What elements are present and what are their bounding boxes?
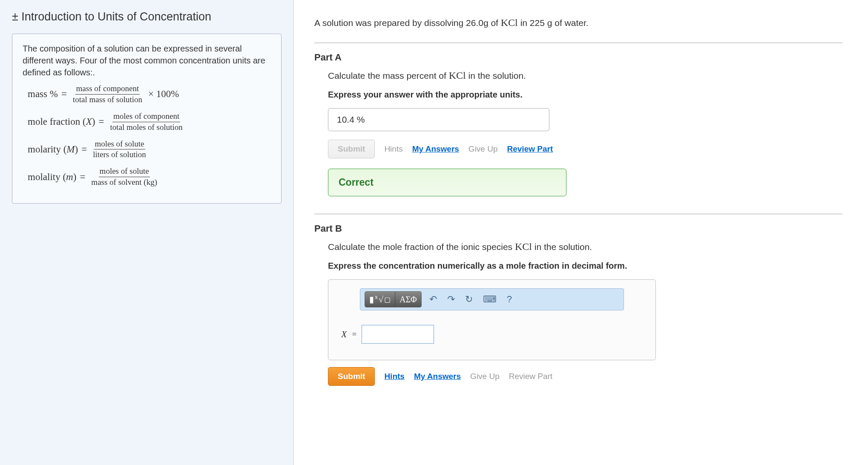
part-a-button-row: Submit Hints My Answers Give Up Review P… bbox=[328, 140, 842, 158]
formula-mass-percent: mass % = mass of component total mass of… bbox=[23, 84, 271, 104]
kcl: KCl bbox=[449, 70, 466, 81]
equation-row: X = bbox=[339, 325, 645, 344]
part-b-button-row: Submit Hints My Answers Give Up Review P… bbox=[328, 367, 842, 386]
separator bbox=[314, 213, 842, 215]
equals: = bbox=[80, 170, 85, 184]
my-answers-link[interactable]: My Answers bbox=[414, 372, 461, 381]
redo-icon[interactable]: ↷ bbox=[445, 292, 457, 307]
toolbar-mode-group: ▮x√▢ ΑΣΦ bbox=[365, 291, 422, 307]
lhs: molality (m) bbox=[28, 170, 76, 184]
equation-toolbar: ▮x√▢ ΑΣΦ ↶ ↷ ↻ ⌨ ? bbox=[360, 288, 624, 310]
numerator: moles of component bbox=[112, 112, 180, 122]
title-prefix: ± bbox=[12, 10, 18, 23]
correct-feedback: Correct bbox=[328, 169, 566, 196]
q-pre: Calculate the mass percent of bbox=[328, 71, 449, 80]
greek-button[interactable]: ΑΣΦ bbox=[395, 292, 421, 307]
part-b-instruction: Express the concentration numerically as… bbox=[328, 261, 842, 271]
intro-paragraph: The composition of a solution can be exp… bbox=[23, 43, 271, 78]
fraction: moles of solute mass of solvent (kg) bbox=[90, 167, 158, 187]
hints-link[interactable]: Hints bbox=[384, 372, 405, 381]
give-up-link[interactable]: Give Up bbox=[470, 372, 500, 381]
answer-input[interactable] bbox=[362, 325, 434, 344]
left-panel: ± Introduction to Units of Concentration… bbox=[0, 0, 294, 465]
separator bbox=[314, 42, 842, 43]
intro-title: ± Introduction to Units of Concentration bbox=[12, 10, 282, 23]
give-up-link: Give Up bbox=[468, 144, 498, 154]
kcl: KCl bbox=[501, 17, 518, 28]
denominator: total moles of solution bbox=[109, 122, 183, 132]
equals: = bbox=[98, 115, 104, 129]
denominator: mass of solvent (kg) bbox=[90, 177, 158, 187]
denominator: total mass of solution bbox=[72, 95, 143, 104]
equals: = bbox=[61, 87, 67, 101]
fraction: moles of solute liters of solution bbox=[92, 140, 147, 160]
problem-post: in 225 g of water. bbox=[518, 18, 589, 28]
kcl: KCl bbox=[515, 241, 532, 252]
formula-molality: molality (m) = moles of solute mass of s… bbox=[23, 167, 271, 187]
q-post: in the solution. bbox=[532, 242, 592, 252]
submit-button: Submit bbox=[328, 140, 375, 158]
math-templates-button[interactable]: ▮x√▢ bbox=[365, 292, 395, 307]
review-part-link[interactable]: Review Part bbox=[507, 144, 553, 154]
fraction: moles of component total moles of soluti… bbox=[109, 112, 183, 132]
review-part-link[interactable]: Review Part bbox=[509, 372, 552, 381]
formula-mole-fraction: mole fraction (X) = moles of component t… bbox=[23, 112, 271, 132]
equation-variable: X bbox=[341, 329, 347, 340]
q-post: in the solution. bbox=[466, 71, 526, 80]
equals-sign: = bbox=[352, 330, 356, 339]
numerator: mass of component bbox=[75, 84, 140, 95]
equals: = bbox=[81, 143, 87, 156]
help-icon[interactable]: ? bbox=[504, 292, 514, 307]
title-text: Introduction to Units of Concentration bbox=[21, 10, 211, 23]
rect-icon: ▮ bbox=[369, 294, 374, 304]
right-panel: A solution was prepared by dissolving 26… bbox=[294, 0, 868, 465]
answer-input-area: ▮x√▢ ΑΣΦ ↶ ↷ ↻ ⌨ ? X = bbox=[328, 279, 656, 360]
numerator: moles of solute bbox=[94, 140, 145, 150]
fraction: mass of component total mass of solution bbox=[72, 84, 143, 104]
undo-icon[interactable]: ↶ bbox=[427, 292, 440, 307]
part-a-question: Calculate the mass percent of KCl in the… bbox=[328, 70, 842, 81]
part-a-body: Calculate the mass percent of KCl in the… bbox=[314, 70, 842, 196]
part-b-title: Part B bbox=[314, 223, 842, 234]
q-pre: Calculate the mole fraction of the ionic… bbox=[328, 242, 515, 252]
hints-link: Hints bbox=[384, 144, 402, 154]
part-a-instruction: Express your answer with the appropriate… bbox=[328, 90, 842, 100]
lhs: molarity (M) bbox=[28, 143, 78, 156]
lhs: mole fraction (X) bbox=[28, 115, 95, 129]
tail: × 100% bbox=[148, 87, 179, 101]
part-b-body: Calculate the mole fraction of the ionic… bbox=[314, 241, 842, 386]
submit-button[interactable]: Submit bbox=[328, 367, 375, 386]
problem-statement: A solution was prepared by dissolving 26… bbox=[314, 17, 842, 29]
numerator: moles of solute bbox=[99, 167, 150, 177]
part-a-title: Part A bbox=[314, 52, 842, 63]
lhs: mass % bbox=[28, 87, 58, 101]
part-b-question: Calculate the mole fraction of the ionic… bbox=[328, 241, 842, 253]
problem-pre: A solution was prepared by dissolving 26… bbox=[314, 18, 501, 28]
keyboard-icon[interactable]: ⌨ bbox=[480, 292, 499, 307]
reset-icon[interactable]: ↻ bbox=[463, 292, 475, 307]
sqrt-icon: √ bbox=[379, 295, 383, 304]
my-answers-link[interactable]: My Answers bbox=[412, 144, 459, 154]
part-a-answer-display: 10.4 % bbox=[328, 108, 549, 131]
intro-box: The composition of a solution can be exp… bbox=[12, 34, 282, 204]
formula-molarity: molarity (M) = moles of solute liters of… bbox=[23, 140, 271, 160]
denominator: liters of solution bbox=[92, 149, 147, 159]
